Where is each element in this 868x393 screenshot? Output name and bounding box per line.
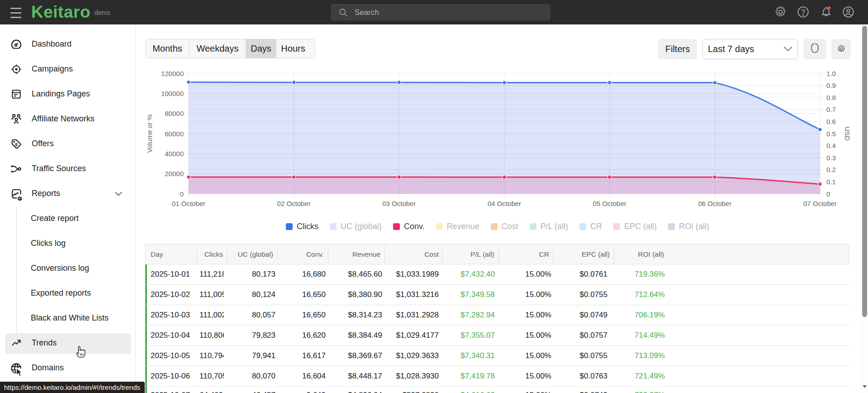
svg-text:20000: 20000 [165, 170, 184, 177]
svg-text:40000: 40000 [165, 150, 184, 158]
svg-text:04 October: 04 October [488, 200, 521, 207]
svg-text:06 October: 06 October [698, 200, 731, 207]
svg-text:s: s [15, 141, 18, 148]
svg-text:07 October: 07 October [803, 200, 837, 207]
svg-text:0.3: 0.3 [826, 154, 836, 162]
svg-text:USD: USD [844, 126, 851, 141]
svg-text:0.2: 0.2 [826, 166, 836, 173]
svg-text:01 October: 01 October [172, 200, 205, 207]
svg-text:80000: 80000 [165, 110, 184, 117]
svg-text:0.7: 0.7 [826, 105, 836, 113]
svg-text:100000: 100000 [161, 90, 184, 97]
svg-text:1.0: 1.0 [826, 70, 836, 77]
svg-text:0.9: 0.9 [826, 81, 836, 89]
svg-text:0.4: 0.4 [826, 142, 836, 149]
svg-text:0.1: 0.1 [826, 178, 836, 186]
svg-text:60000: 60000 [165, 130, 184, 138]
svg-text:0.6: 0.6 [826, 118, 836, 125]
svg-text:0.8: 0.8 [826, 94, 836, 101]
svg-text:120000: 120000 [161, 70, 184, 77]
svg-text:0.5: 0.5 [826, 130, 836, 138]
svg-text:0: 0 [180, 190, 184, 198]
svg-text:Volume or %: Volume or % [146, 114, 153, 153]
svg-text:02 October: 02 October [277, 200, 311, 207]
svg-text:0: 0 [826, 190, 830, 198]
svg-text:05 October: 05 October [593, 200, 626, 207]
svg-text:03 October: 03 October [382, 200, 416, 207]
